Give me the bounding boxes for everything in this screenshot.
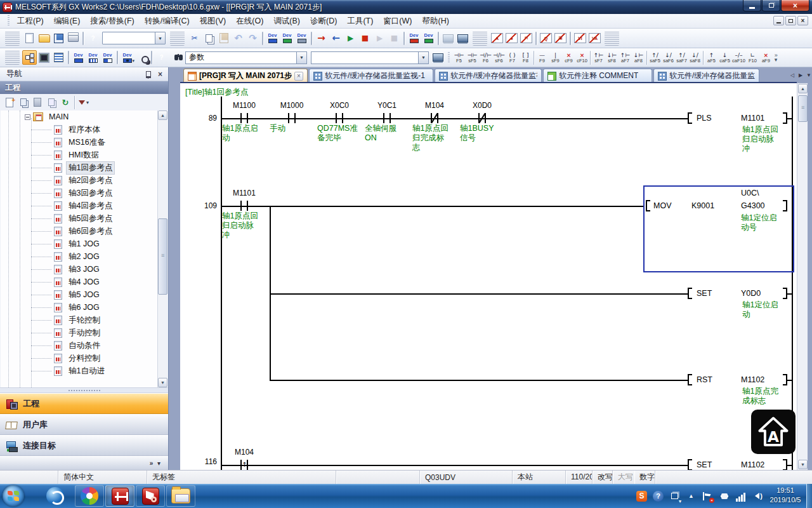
menu-item[interactable]: 视图(V) bbox=[195, 14, 232, 29]
contact-rising[interactable]: ↑ bbox=[240, 460, 248, 470]
tree-item[interactable]: 轴1 JOG bbox=[1, 237, 158, 250]
scroll-thumb[interactable] bbox=[798, 95, 808, 122]
contact-nc[interactable] bbox=[478, 113, 486, 123]
window-restore-tray-icon[interactable] bbox=[669, 491, 680, 502]
sogou-input-icon[interactable]: S bbox=[636, 491, 647, 502]
tree-item[interactable]: 轴2回参考点 bbox=[1, 174, 158, 187]
open-file-button[interactable] bbox=[37, 31, 51, 46]
scroll-up-icon[interactable]: ▲ bbox=[798, 84, 808, 93]
document-tab[interactable]: [PRG]R 写入 MAIN 2071步 bbox=[183, 69, 308, 83]
contact-no[interactable] bbox=[288, 113, 296, 123]
redo-button[interactable]: ↷ bbox=[246, 31, 260, 46]
device-batch-read-button[interactable]: Dev bbox=[421, 31, 436, 46]
nav-view-button[interactable]: 连接目标 bbox=[0, 435, 168, 456]
statement-display-button[interactable]: Dev bbox=[86, 50, 100, 65]
monitor-write-button[interactable]: ■ bbox=[387, 31, 402, 46]
ladder-symbol-button[interactable]: ×cF9 bbox=[562, 50, 575, 66]
device-comment-button[interactable]: Dev bbox=[265, 31, 280, 46]
tab-scroll-right-icon[interactable]: ▶ bbox=[797, 70, 804, 80]
minimize-button[interactable] bbox=[743, 0, 761, 11]
tree-item[interactable]: 轴6 JOG bbox=[1, 301, 158, 314]
show-desktop-button[interactable] bbox=[806, 484, 812, 508]
network-plug-icon[interactable] bbox=[719, 491, 730, 502]
project-search-combo[interactable] bbox=[102, 32, 166, 44]
tree-item[interactable]: MS16准备 bbox=[1, 136, 158, 149]
help-button[interactable]: ? bbox=[86, 31, 100, 46]
ladder-symbol-button[interactable]: ↑/saF5 bbox=[648, 50, 662, 66]
document-tab[interactable]: 软元件注释 COMMENT bbox=[543, 69, 652, 83]
close-button[interactable]: × bbox=[781, 0, 809, 11]
signal-bars-icon[interactable] bbox=[735, 491, 746, 502]
copy-with-info-icon[interactable] bbox=[44, 96, 58, 109]
tree-item[interactable]: 轴1自动进 bbox=[1, 364, 158, 377]
tree-item[interactable]: 轴6回参考点 bbox=[1, 225, 158, 237]
new-data-icon[interactable] bbox=[3, 96, 16, 109]
ladder-symbol-button[interactable]: ↓⊢sF8 bbox=[605, 50, 619, 66]
tree-item[interactable]: 程序本体 bbox=[1, 123, 158, 136]
tree-item[interactable]: 轴1回参考点 bbox=[1, 161, 158, 174]
tree-item[interactable]: 轴4回参考点 bbox=[1, 199, 158, 212]
instruction-operand[interactable]: G4300 bbox=[741, 201, 765, 210]
ladder-symbol-button[interactable]: ↑⊢aF7 bbox=[619, 50, 632, 66]
menu-item[interactable]: 帮助(H) bbox=[417, 14, 454, 29]
trace-setting-button[interactable]: A bbox=[490, 31, 504, 46]
tree-item[interactable]: 轴4 JOG bbox=[1, 276, 158, 288]
mdi-restore-button[interactable] bbox=[785, 16, 796, 25]
tree-item-main[interactable]: MAIN bbox=[1, 110, 158, 123]
find-device-button[interactable] bbox=[134, 50, 149, 65]
copy-data-icon[interactable] bbox=[16, 96, 30, 109]
tree-item[interactable]: 自动条件 bbox=[1, 339, 158, 352]
scroll-down-icon[interactable]: ▼ bbox=[158, 378, 167, 387]
action-center-icon[interactable]: × bbox=[702, 491, 713, 502]
remote-operation-button[interactable] bbox=[455, 31, 470, 46]
ladder-symbol-button[interactable]: ↑/saF7 bbox=[675, 50, 688, 66]
ladder-symbol-button[interactable]: ∟F10 bbox=[746, 50, 759, 66]
instruction-mnemonic[interactable]: SET bbox=[697, 289, 712, 298]
data-find-combo[interactable]: 参数 bbox=[185, 51, 307, 64]
menu-item[interactable]: 调试(B) bbox=[268, 14, 305, 29]
device-batch-write-button[interactable]: Dev bbox=[407, 31, 421, 46]
collapse-icon[interactable] bbox=[25, 114, 30, 120]
ladder-symbol-button[interactable]: ↓⊢aF8 bbox=[632, 50, 645, 66]
menu-item[interactable]: 转换/编译(C) bbox=[140, 14, 195, 29]
ladder-symbol-button[interactable]: ⊣/⊢F6 bbox=[479, 50, 492, 66]
instruction-mnemonic[interactable]: RST bbox=[697, 375, 712, 384]
tree-item[interactable]: 分料控制 bbox=[1, 352, 158, 364]
device-test-button[interactable]: Dev bbox=[294, 31, 309, 46]
ladder-symbol-button[interactable]: –/–caF10 bbox=[731, 50, 746, 66]
tree-scrollbar[interactable]: ▲ ▼ bbox=[157, 110, 167, 387]
monitor-pause-button[interactable]: ▶ bbox=[372, 31, 387, 46]
hidden-icons-arrow[interactable] bbox=[686, 491, 697, 502]
paste-data-icon[interactable] bbox=[30, 96, 44, 109]
contact-no[interactable] bbox=[240, 113, 248, 123]
monitor-stop-button[interactable]: ■ bbox=[358, 31, 372, 46]
menu-item[interactable]: 窗口(W) bbox=[378, 14, 417, 29]
verify-button[interactable] bbox=[441, 31, 455, 46]
instruction-mnemonic[interactable]: MOV bbox=[653, 201, 671, 210]
taskbar-icon-gx-works2[interactable] bbox=[105, 485, 134, 507]
wave-trace-button[interactable]: VA bbox=[587, 31, 602, 46]
scroll-down-icon[interactable]: ▼ bbox=[798, 460, 808, 469]
instruction-operand[interactable]: M1101 bbox=[741, 114, 764, 123]
trace-point-button[interactable]: ● bbox=[504, 31, 519, 46]
tree-item[interactable]: 轴2 JOG bbox=[1, 250, 158, 263]
menu-item[interactable]: 工具(T) bbox=[342, 14, 378, 29]
ladder-symbol-button[interactable]: ×aF9 bbox=[759, 50, 773, 66]
print-button[interactable] bbox=[66, 31, 81, 46]
menu-item[interactable]: 工程(P) bbox=[12, 14, 49, 29]
tree-item[interactable]: HMI数据 bbox=[1, 149, 158, 161]
device-display-button[interactable]: Dev bbox=[120, 50, 134, 65]
nav-view-button[interactable]: 工程 bbox=[0, 393, 168, 414]
contact-no[interactable] bbox=[383, 113, 391, 123]
taskbar-icon-gx-tool[interactable] bbox=[136, 485, 165, 507]
menu-item[interactable]: 编辑(E) bbox=[49, 14, 86, 29]
module-configuration-button[interactable] bbox=[37, 50, 51, 65]
new-file-button[interactable] bbox=[22, 31, 37, 46]
tree-item[interactable]: 轴5回参考点 bbox=[1, 212, 158, 225]
monitor-window-button[interactable] bbox=[431, 50, 445, 65]
undo-button[interactable]: ↶ bbox=[231, 31, 246, 46]
monitor-search-button[interactable]: Q bbox=[539, 31, 553, 46]
mdi-close-button[interactable]: × bbox=[797, 16, 808, 25]
restore-button[interactable] bbox=[762, 0, 780, 11]
mdi-minimize-button[interactable] bbox=[773, 16, 784, 25]
